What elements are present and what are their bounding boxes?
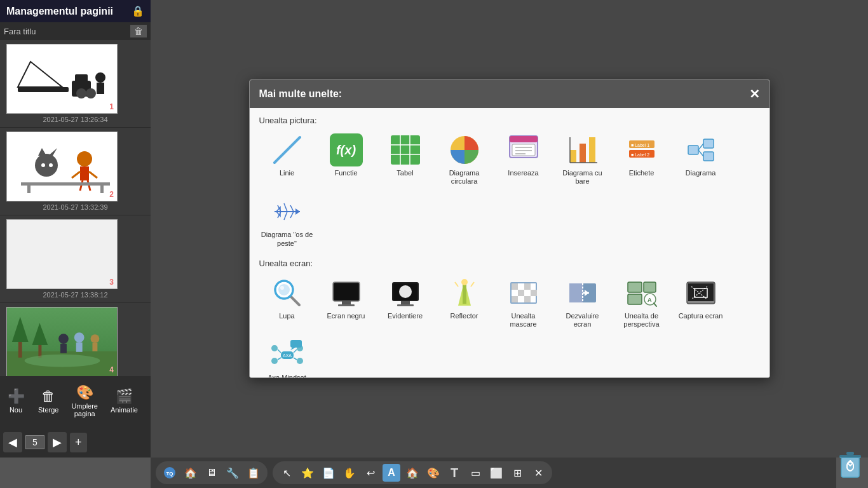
svg-point-8 — [35, 154, 58, 177]
svg-point-31 — [90, 334, 99, 343]
svg-line-123 — [294, 358, 297, 360]
bottom-toolbar: TQ 🏠 🖥 🔧 📋 ↖ ⭐ 📄 ✋ ↩ A 🏠 🎨 T ▭ ⬜ ⊞ ✕ — [151, 458, 836, 488]
nou-button[interactable]: ➕ Nou — [0, 379, 32, 424]
svg-point-11 — [41, 163, 45, 167]
toolbar-grid-icon[interactable]: ⊞ — [508, 464, 526, 482]
svg-rect-97 — [524, 296, 531, 302]
slide-number-1: 1 — [109, 102, 114, 111]
toolbar-cursor-icon[interactable]: ↖ — [278, 464, 295, 482]
tool-lupa[interactable]: Lupa — [259, 273, 315, 332]
svg-rect-124 — [290, 340, 302, 348]
diagrama-icon — [684, 133, 717, 166]
nav-next-button[interactable]: ▶ — [48, 432, 67, 452]
tool-diagrama-circulara[interactable]: Diagrama circulara — [437, 130, 492, 189]
toolbar-undo-icon[interactable]: ↩ — [362, 464, 379, 482]
insereaza-icon — [507, 133, 540, 166]
svg-line-121 — [278, 358, 281, 360]
svg-marker-62 — [295, 208, 300, 215]
svg-rect-30 — [76, 342, 83, 352]
svg-point-71 — [278, 284, 290, 295]
tool-diagrama-os[interactable]: Diagrama "os de peste" — [259, 192, 315, 250]
toolbar-close-icon[interactable]: ✕ — [529, 464, 547, 482]
toolbar-rect-icon[interactable]: ▭ — [466, 464, 484, 482]
tool-etichete[interactable]: ■ Label 1 ■ Label 2 Etichete — [614, 130, 670, 189]
modal-close-button[interactable]: ✕ — [749, 86, 760, 102]
captura-icon — [684, 276, 717, 309]
tool-diagrama-bare[interactable]: Diagrama cu bare — [555, 130, 611, 189]
captura-label: Captura ecran — [679, 312, 723, 320]
toolbar-pages-icon[interactable]: 📋 — [245, 464, 262, 482]
umplere-button[interactable]: 🎨 Umplere pagina — [65, 379, 104, 424]
linie-icon — [271, 133, 304, 166]
toolbar-text-icon[interactable]: A — [383, 464, 400, 482]
tool-evidentiere[interactable]: Evidentiere — [377, 273, 433, 332]
tool-diagrama[interactable]: Diagrama — [673, 130, 729, 189]
mascare-label: Unealta mascare — [498, 312, 550, 329]
nav-add-button[interactable]: + — [70, 433, 87, 452]
reflector-label: Reflector — [450, 312, 478, 320]
toolbar-home-icon[interactable]: 🏠 — [182, 464, 200, 482]
toolbar-star-icon[interactable]: ⭐ — [299, 464, 316, 482]
dezvaluire-icon — [566, 276, 599, 309]
svg-rect-32 — [92, 343, 97, 351]
toolbar-tq-icon[interactable]: TQ — [161, 464, 179, 482]
tool-tabel[interactable]: Tabel — [377, 130, 433, 189]
svg-marker-26 — [32, 323, 48, 345]
svg-point-72 — [280, 286, 284, 290]
nav-page-input[interactable] — [25, 435, 44, 449]
tool-insereaza[interactable]: Insereaza — [496, 130, 552, 189]
slide-item-4[interactable]: 4 2021-05-27 13:39:03 — [0, 303, 151, 376]
nav-prev-button[interactable]: ◀ — [3, 432, 22, 452]
svg-point-6 — [95, 72, 105, 83]
tool-captura[interactable]: Captura ecran — [673, 273, 729, 332]
svg-rect-77 — [342, 301, 351, 304]
tool-functie[interactable]: f(x) Functie — [318, 130, 374, 189]
toolbar-home2-icon[interactable]: 🏠 — [403, 464, 421, 482]
svg-rect-56 — [688, 146, 698, 154]
svg-rect-19 — [21, 182, 110, 186]
animatie-button[interactable]: 🎬 Animatie — [104, 379, 144, 424]
mascare-icon — [507, 276, 540, 309]
mindset-label: Axa Mindset — [268, 374, 306, 378]
svg-rect-47 — [570, 150, 576, 163]
dezvaluire-label: Dezvaluire ecran — [557, 312, 609, 329]
tool-reflector[interactable]: Reflector — [437, 273, 492, 332]
slide-4-drawing — [7, 307, 117, 376]
toolbar-tools-icon[interactable]: 🔧 — [224, 464, 241, 482]
ecran-negru-label: Ecran negru — [327, 312, 365, 320]
slide-2-drawing — [11, 137, 113, 197]
tool-perspectiva[interactable]: A Unealta de perspectiva — [614, 273, 670, 332]
sidebar-actions: ➕ Nou 🗑 Sterge 🎨 Umplere pagina 🎬 Animat… — [0, 376, 151, 427]
diagrama-circulara-label: Diagrama circulara — [438, 169, 491, 186]
svg-rect-104 — [644, 282, 656, 292]
toolbar-hand-icon[interactable]: ✋ — [341, 464, 358, 482]
slide-item-3[interactable]: 3 2021-05-27 13:38:12 — [0, 215, 151, 303]
tool-ecran-negru[interactable]: Ecran negru — [318, 273, 374, 332]
animatie-icon: 🎬 — [116, 390, 133, 403]
sidebar-delete-button[interactable]: 🗑 — [130, 25, 147, 37]
svg-rect-103 — [628, 282, 642, 292]
slide-thumb-3: 3 — [6, 219, 118, 289]
toolbar-square-icon[interactable]: ⬜ — [487, 464, 505, 482]
toolbar-page-icon[interactable]: 📄 — [320, 464, 337, 482]
toolbar-T-icon[interactable]: T — [445, 464, 463, 482]
toolbar-fill-icon[interactable]: 🎨 — [424, 464, 442, 482]
diagrama-circulara-icon — [448, 133, 481, 166]
tool-mascare[interactable]: Unealta mascare — [496, 273, 552, 332]
tool-dezvaluire[interactable]: Dezvaluire ecran — [555, 273, 611, 332]
tool-mindset[interactable]: AXA — [259, 335, 315, 378]
linie-label: Linie — [280, 169, 294, 177]
etichete-icon: ■ Label 1 ■ Label 2 — [625, 133, 658, 166]
sterge-button[interactable]: 🗑 Sterge — [32, 379, 65, 424]
slide-item-1[interactable]: 1 2021-05-27 13:26:34 — [0, 40, 151, 128]
svg-rect-28 — [60, 344, 67, 353]
toolbar-screen-icon[interactable]: 🖥 — [203, 464, 220, 482]
svg-marker-125 — [290, 348, 295, 350]
slide-thumb-2: 2 — [6, 132, 118, 201]
functie-label: Functie — [334, 169, 357, 177]
tool-linie[interactable]: Linie — [259, 130, 315, 189]
svg-marker-24 — [12, 316, 29, 342]
svg-line-107 — [654, 303, 656, 306]
svg-line-68 — [290, 212, 294, 218]
slide-item-2[interactable]: 2 2021-05-27 13:32:39 — [0, 128, 151, 215]
